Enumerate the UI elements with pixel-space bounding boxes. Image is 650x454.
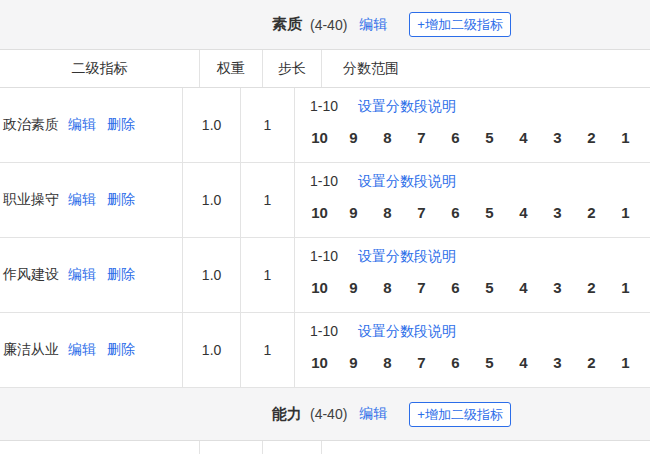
sliver-cell [0, 441, 200, 454]
score-value: 3 [548, 203, 567, 222]
row-delete-link[interactable]: 删除 [107, 191, 135, 209]
score-value: 6 [446, 203, 465, 222]
indicator-name: 廉洁从业 [3, 341, 59, 359]
table-header-row: 二级指标 权重 步长 分数范围 [0, 49, 650, 88]
table-row: 政治素质 编辑 删除 1.0 1 1-10 设置分数段说明 1098765432… [0, 88, 650, 163]
score-value: 9 [344, 278, 363, 297]
score-value: 3 [548, 128, 567, 147]
score-value: 1 [616, 278, 635, 297]
header-step: 步长 [263, 50, 322, 87]
score-value: 2 [582, 203, 601, 222]
score-value: 6 [446, 278, 465, 297]
section-score-range: (4-40) [310, 406, 347, 422]
score-range-value: 1-10 [310, 247, 338, 266]
score-value: 1 [616, 353, 635, 372]
score-range-value: 1-10 [310, 172, 338, 191]
row-edit-link[interactable]: 编辑 [68, 116, 96, 134]
sliver-cell [200, 441, 263, 454]
score-value: 8 [378, 203, 397, 222]
weight-value: 1.0 [183, 88, 241, 162]
score-value: 6 [446, 128, 465, 147]
score-value: 5 [480, 203, 499, 222]
score-range-cell: 1-10 设置分数段说明 10987654321 [295, 238, 650, 312]
section-edit-link[interactable]: 编辑 [359, 16, 387, 34]
section-band-nengli: 能力 (4-40) 编辑 +增加二级指标 [0, 388, 650, 440]
set-score-description-link[interactable]: 设置分数段说明 [358, 322, 456, 341]
score-value: 8 [378, 278, 397, 297]
row-delete-link[interactable]: 删除 [107, 116, 135, 134]
section-band-suzhi: 素质 (4-40) 编辑 +增加二级指标 [0, 0, 650, 49]
indicator-name: 政治素质 [3, 116, 59, 134]
indicator-name: 职业操守 [3, 191, 59, 209]
row-delete-link[interactable]: 删除 [107, 341, 135, 359]
weight-value: 1.0 [183, 238, 241, 312]
score-value: 7 [412, 203, 431, 222]
score-value: 10 [310, 278, 329, 297]
table-row: 廉洁从业 编辑 删除 1.0 1 1-10 设置分数段说明 1098765432… [0, 313, 650, 388]
score-value: 3 [548, 278, 567, 297]
score-value: 8 [378, 128, 397, 147]
score-value: 2 [582, 278, 601, 297]
score-range-line: 1-10 设置分数段说明 [310, 247, 650, 266]
header-score-range: 分数范围 [322, 50, 650, 87]
row-edit-link[interactable]: 编辑 [68, 191, 96, 209]
set-score-description-link[interactable]: 设置分数段说明 [358, 172, 456, 191]
score-value: 9 [344, 203, 363, 222]
score-value: 4 [514, 353, 533, 372]
row-delete-link[interactable]: 删除 [107, 266, 135, 284]
score-value: 4 [514, 203, 533, 222]
indicator-name: 作风建设 [3, 266, 59, 284]
header-weight: 权重 [200, 50, 263, 87]
score-value: 4 [514, 278, 533, 297]
set-score-description-link[interactable]: 设置分数段说明 [358, 97, 456, 116]
set-score-description-link[interactable]: 设置分数段说明 [358, 247, 456, 266]
score-range-line: 1-10 设置分数段说明 [310, 322, 650, 341]
row-edit-link[interactable]: 编辑 [68, 341, 96, 359]
step-value: 1 [241, 88, 295, 162]
section-header-suzhi: 素质 (4-40) 编辑 +增加二级指标 [272, 0, 511, 49]
indicators-table: 二级指标 权重 步长 分数范围 政治素质 编辑 删除 1.0 1 1-10 设置… [0, 49, 650, 388]
step-value: 1 [241, 313, 295, 387]
score-values: 10987654321 [310, 128, 650, 147]
score-value: 10 [310, 353, 329, 372]
indicator-name-cell: 政治素质 编辑 删除 [0, 88, 183, 162]
section-edit-link[interactable]: 编辑 [359, 405, 387, 423]
score-values: 10987654321 [310, 278, 650, 297]
score-value: 8 [378, 353, 397, 372]
add-secondary-indicator-button[interactable]: +增加二级指标 [409, 402, 511, 427]
sliver-cell [263, 441, 322, 454]
section-score-range: (4-40) [310, 17, 347, 33]
score-value: 2 [582, 353, 601, 372]
score-value: 1 [616, 203, 635, 222]
next-table-header-sliver [0, 440, 650, 454]
section-header-nengli: 能力 (4-40) 编辑 +增加二级指标 [272, 388, 511, 440]
score-range-line: 1-10 设置分数段说明 [310, 172, 650, 191]
indicator-name-cell: 作风建设 编辑 删除 [0, 238, 183, 312]
score-value: 5 [480, 128, 499, 147]
score-value: 4 [514, 128, 533, 147]
score-value: 10 [310, 203, 329, 222]
indicator-name-cell: 廉洁从业 编辑 删除 [0, 313, 183, 387]
score-value: 1 [616, 128, 635, 147]
weight-value: 1.0 [183, 163, 241, 237]
score-range-cell: 1-10 设置分数段说明 10987654321 [295, 163, 650, 237]
score-range-line: 1-10 设置分数段说明 [310, 97, 650, 116]
section-title: 能力 [272, 405, 302, 424]
header-secondary-indicator: 二级指标 [0, 50, 200, 87]
score-range-cell: 1-10 设置分数段说明 10987654321 [295, 313, 650, 387]
indicator-name-cell: 职业操守 编辑 删除 [0, 163, 183, 237]
score-range-value: 1-10 [310, 322, 338, 341]
add-secondary-indicator-button[interactable]: +增加二级指标 [409, 12, 511, 37]
score-value: 6 [446, 353, 465, 372]
score-value: 9 [344, 353, 363, 372]
score-value: 10 [310, 128, 329, 147]
weight-value: 1.0 [183, 313, 241, 387]
table-row: 作风建设 编辑 删除 1.0 1 1-10 设置分数段说明 1098765432… [0, 238, 650, 313]
step-value: 1 [241, 238, 295, 312]
score-value: 7 [412, 353, 431, 372]
row-edit-link[interactable]: 编辑 [68, 266, 96, 284]
sliver-cell [322, 441, 650, 454]
score-value: 7 [412, 128, 431, 147]
section-title: 素质 [272, 15, 302, 34]
score-values: 10987654321 [310, 203, 650, 222]
